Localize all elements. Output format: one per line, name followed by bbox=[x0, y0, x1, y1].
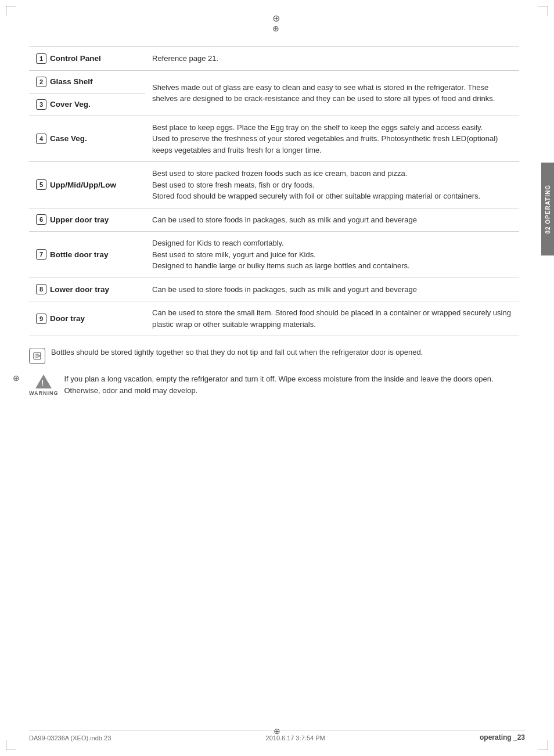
item-label: 7Bottle door tray bbox=[36, 249, 138, 260]
desc-cell: Can be used to store foods in packages, … bbox=[145, 208, 519, 232]
item-number: 9 bbox=[36, 314, 46, 324]
crosshair-left-symbol: ⊕ bbox=[13, 373, 20, 383]
label-cell: 1Control Panel bbox=[29, 47, 145, 71]
desc-cell: Reference page 21. bbox=[145, 47, 519, 71]
warning-triangle-icon bbox=[35, 375, 52, 388]
item-label: 6Upper door tray bbox=[36, 214, 138, 225]
item-name: Lower door tray bbox=[50, 285, 109, 294]
table-row: 9Door trayCan be used to store the small… bbox=[29, 301, 519, 336]
footer-timestamp: 2010.6.17 3:7:54 PM bbox=[266, 735, 325, 741]
item-label: 5Upp/Mid/Upp/Low bbox=[36, 179, 138, 190]
crosshair-top: ⊕ bbox=[272, 13, 282, 22]
warning-text: If you plan a long vacation, empty the r… bbox=[64, 373, 520, 396]
footer-left-text: DA99-03236A (XEO).indb 23 bbox=[29, 735, 111, 741]
warning-icon-wrap: WARNING bbox=[29, 375, 59, 398]
item-name: Cover Veg. bbox=[50, 100, 91, 109]
table-row: 6Upper door trayCan be used to store foo… bbox=[29, 208, 519, 232]
note-svg-icon bbox=[33, 351, 42, 361]
corner-mark-tr bbox=[538, 6, 548, 16]
item-name: Case Veg. bbox=[50, 134, 87, 143]
label-cell: 7Bottle door tray bbox=[29, 232, 145, 278]
desc-cell: Designed for Kids to reach comfortably.B… bbox=[145, 232, 519, 278]
item-label: 2Glass Shelf bbox=[36, 77, 138, 87]
item-name: Glass Shelf bbox=[50, 77, 93, 86]
item-label: 4Case Veg. bbox=[36, 134, 138, 144]
item-name: Bottle door tray bbox=[50, 250, 109, 259]
item-name: Upp/Mid/Upp/Low bbox=[50, 181, 116, 189]
table-row: 8Lower door trayCan be used to store foo… bbox=[29, 278, 519, 301]
warning-box: WARNING If you plan a long vacation, emp… bbox=[29, 373, 519, 398]
info-table: 1Control PanelReference page 21.2Glass S… bbox=[29, 46, 519, 336]
desc-cell: Best used to store packed frozen foods s… bbox=[145, 162, 519, 208]
item-number: 6 bbox=[36, 214, 46, 225]
item-number: 8 bbox=[36, 284, 46, 294]
desc-cell: Can be used to store the small item. Sto… bbox=[145, 301, 519, 336]
corner-mark-tl bbox=[6, 6, 16, 16]
item-label: 9Door tray bbox=[36, 314, 138, 324]
label-cell: 9Door tray bbox=[29, 301, 145, 336]
footer: DA99-03236A (XEO).indb 23 2010.6.17 3:7:… bbox=[29, 730, 525, 741]
crosshair-left: ⊕ bbox=[13, 373, 20, 383]
label-cell: 6Upper door tray bbox=[29, 208, 145, 232]
label-cell: 8Lower door tray bbox=[29, 278, 145, 301]
item-number: 1 bbox=[36, 53, 46, 64]
item-name: Control Panel bbox=[50, 54, 101, 63]
item-number: 7 bbox=[36, 249, 46, 260]
warning-label: WARNING bbox=[29, 390, 59, 398]
item-number: 2 bbox=[36, 77, 46, 87]
desc-cell: Shelves made out of glass are easy to cl… bbox=[145, 70, 519, 116]
crosshair-symbol: ⊕ bbox=[272, 24, 279, 33]
label-cell: 3Cover Veg. bbox=[29, 93, 145, 116]
item-label: 3Cover Veg. bbox=[36, 99, 138, 110]
item-label: 1Control Panel bbox=[36, 53, 138, 64]
item-label: 8Lower door tray bbox=[36, 284, 138, 294]
side-tab: 02 OPERATING bbox=[541, 163, 554, 255]
notes-section: Bottles should be stored tightly togethe… bbox=[29, 347, 519, 398]
main-content: 1Control PanelReference page 21.2Glass S… bbox=[29, 46, 519, 398]
item-number: 3 bbox=[36, 99, 46, 110]
corner-mark-br bbox=[538, 740, 548, 750]
note-text: Bottles should be stored tightly togethe… bbox=[51, 347, 423, 358]
label-cell: 5Upp/Mid/Upp/Low bbox=[29, 162, 145, 208]
item-name: Door tray bbox=[50, 314, 85, 323]
page-number: operating _23 bbox=[480, 733, 525, 741]
label-cell: 2Glass Shelf bbox=[29, 70, 145, 93]
note-box: Bottles should be stored tightly togethe… bbox=[29, 347, 519, 364]
corner-mark-bl bbox=[6, 740, 16, 750]
item-name: Upper door tray bbox=[50, 215, 109, 224]
table-row: 1Control PanelReference page 21. bbox=[29, 47, 519, 71]
desc-cell: Best place to keep eggs. Place the Egg t… bbox=[145, 116, 519, 162]
table-row: 5Upp/Mid/Upp/LowBest used to store packe… bbox=[29, 162, 519, 208]
table-row: 7Bottle door trayDesigned for Kids to re… bbox=[29, 232, 519, 278]
note-icon bbox=[29, 348, 45, 364]
side-tab-label: 02 OPERATING bbox=[545, 185, 551, 234]
desc-cell: Can be used to store foods in packages, … bbox=[145, 278, 519, 301]
table-row: 2Glass ShelfShelves made out of glass ar… bbox=[29, 70, 519, 93]
table-row: 4Case Veg.Best place to keep eggs. Place… bbox=[29, 116, 519, 162]
item-number: 4 bbox=[36, 134, 46, 144]
page-label: operating _23 bbox=[480, 733, 525, 741]
label-cell: 4Case Veg. bbox=[29, 116, 145, 162]
item-number: 5 bbox=[36, 179, 46, 190]
